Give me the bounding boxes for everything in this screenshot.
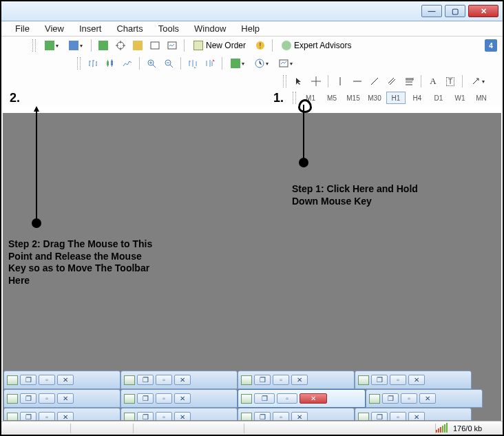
profiles-button[interactable]: [65, 38, 87, 53]
restore-button[interactable]: ❐: [371, 375, 388, 385]
text-label-button[interactable]: T: [443, 74, 458, 89]
chart-shift-button[interactable]: [202, 56, 218, 71]
restore-button[interactable]: ❐: [254, 375, 271, 385]
chart-window[interactable]: ❐▫✕: [120, 371, 238, 389]
tf-w1[interactable]: W1: [450, 92, 470, 104]
maximize-button[interactable]: ▫: [156, 412, 172, 420]
close-button[interactable]: ✕: [419, 393, 436, 404]
chart-window[interactable]: ❐▫✕: [238, 371, 355, 389]
chart-window[interactable]: ❐▫✕: [3, 389, 120, 408]
tf-m30[interactable]: M30: [365, 92, 384, 104]
maximize-button[interactable]: ▫: [277, 393, 297, 404]
restore-button[interactable]: ❐: [137, 393, 154, 404]
tf-m15[interactable]: M15: [344, 92, 363, 104]
menu-view[interactable]: View: [38, 22, 71, 35]
restore-button[interactable]: ❐: [137, 375, 154, 385]
zoom-out-button[interactable]: [161, 56, 176, 71]
close-button[interactable]: ✕: [57, 412, 74, 420]
restore-button[interactable]: ❐: [371, 412, 388, 420]
chart-window[interactable]: ❐▫✕: [366, 389, 483, 408]
menu-charts[interactable]: Charts: [109, 22, 149, 35]
restore-button[interactable]: ❐: [382, 393, 399, 404]
toolbar-line-studies[interactable]: F A T: [1, 72, 503, 90]
maximize-button[interactable]: ▫: [39, 375, 55, 385]
zoom-in-button[interactable]: [144, 56, 159, 71]
periodicity-button[interactable]: [251, 56, 273, 71]
chart-window[interactable]: ❐▫✕: [238, 408, 355, 420]
new-chart-button[interactable]: [41, 38, 63, 53]
tf-h4[interactable]: H4: [408, 92, 427, 104]
bar-chart-button[interactable]: [85, 56, 101, 71]
restore-button[interactable]: ❐: [20, 393, 36, 404]
close-button[interactable]: ✕: [291, 412, 308, 420]
restore-button[interactable]: ❐: [137, 412, 154, 420]
cursor-button[interactable]: [291, 74, 306, 89]
chart-window[interactable]: ❐▫✕: [355, 408, 472, 420]
tf-m5[interactable]: M5: [322, 92, 342, 104]
toolbar-standard[interactable]: New Order ! Expert Advisors 4: [1, 37, 503, 54]
toolbar-grip[interactable]: [293, 92, 296, 104]
close-button[interactable]: ✕: [468, 5, 498, 17]
close-button[interactable]: ✕: [300, 393, 327, 404]
chart-window[interactable]: ❐▫✕: [120, 408, 238, 420]
restore-button[interactable]: ❐: [20, 375, 36, 385]
templates-button[interactable]: [275, 56, 297, 71]
maximize-button[interactable]: ▫: [39, 393, 55, 404]
menu-window[interactable]: Window: [187, 22, 233, 35]
channel-button[interactable]: [384, 74, 399, 89]
navigator-button[interactable]: [113, 38, 128, 53]
new-order-button[interactable]: New Order: [189, 38, 251, 53]
candlestick-button[interactable]: [103, 56, 118, 71]
menu-file[interactable]: File: [8, 22, 36, 35]
menu-insert[interactable]: Insert: [72, 22, 109, 35]
line-chart-button[interactable]: [120, 56, 135, 71]
minimize-button[interactable]: —: [421, 5, 442, 17]
toolbar-periodicity[interactable]: 2. 1. M1 M5 M15 M30 H1 H4 D1 W1 MN: [1, 90, 503, 105]
maximize-button[interactable]: ▫: [156, 375, 172, 385]
strategy-tester-button[interactable]: [165, 38, 180, 53]
toolbar-grip[interactable]: [77, 57, 81, 70]
restore-button[interactable]: ❐: [20, 412, 36, 420]
restore-button[interactable]: ❐: [254, 393, 275, 404]
maximize-button[interactable]: ▫: [273, 375, 289, 385]
chart-window[interactable]: ❐▫✕: [3, 408, 120, 420]
close-button[interactable]: ✕: [291, 375, 308, 385]
market-watch-button[interactable]: [96, 38, 111, 53]
close-button[interactable]: ✕: [174, 393, 191, 404]
horizontal-line-button[interactable]: [350, 74, 365, 89]
tf-h1[interactable]: H1: [386, 92, 406, 104]
maximize-button[interactable]: ▢: [445, 5, 465, 17]
fibonacci-button[interactable]: F: [401, 74, 417, 89]
maximize-button[interactable]: ▫: [39, 412, 55, 420]
close-button[interactable]: ✕: [57, 375, 74, 385]
maximize-button[interactable]: ▫: [273, 412, 289, 420]
toolbar-charts[interactable]: [1, 54, 503, 72]
trendline-button[interactable]: [367, 74, 382, 89]
maximize-button[interactable]: ▫: [390, 375, 406, 385]
maximize-button[interactable]: ▫: [156, 393, 172, 404]
chart-workspace[interactable]: Step 1: Click Here and Hold Down Mouse K…: [3, 113, 501, 421]
restore-button[interactable]: ❐: [254, 412, 271, 420]
menu-help[interactable]: Help: [234, 22, 266, 35]
autotrading-icon[interactable]: !: [253, 38, 268, 53]
close-button[interactable]: ✕: [57, 393, 74, 404]
chart-window[interactable]: ❐▫✕: [120, 389, 238, 408]
maximize-button[interactable]: ▫: [401, 393, 417, 404]
expert-advisors-button[interactable]: Expert Advisors: [277, 38, 356, 53]
close-button[interactable]: ✕: [174, 412, 191, 420]
arrows-button[interactable]: [467, 74, 489, 89]
indicators-button[interactable]: [227, 56, 249, 71]
tf-mn[interactable]: MN: [472, 92, 491, 104]
menu-tools[interactable]: Tools: [151, 22, 186, 35]
chart-window-active[interactable]: ❐▫✕: [238, 389, 366, 408]
tf-d1[interactable]: D1: [429, 92, 448, 104]
chart-window[interactable]: ❐▫✕: [3, 371, 120, 389]
close-button[interactable]: ✕: [408, 375, 425, 385]
chart-window[interactable]: ❐▫✕: [355, 371, 472, 389]
data-window-button[interactable]: [130, 38, 145, 53]
terminal-button[interactable]: [147, 38, 162, 53]
vertical-line-button[interactable]: [333, 74, 348, 89]
toolbar-grip[interactable]: [32, 39, 36, 52]
toolbar-grip[interactable]: [283, 75, 286, 87]
close-button[interactable]: ✕: [408, 412, 425, 420]
